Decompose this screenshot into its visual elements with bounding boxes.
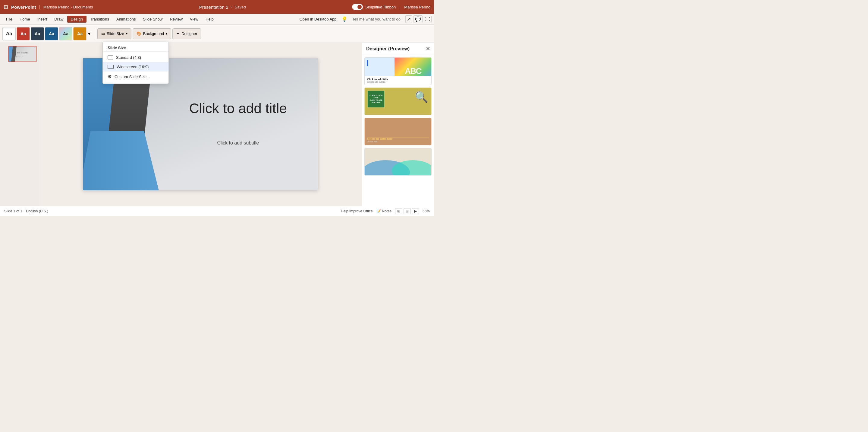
slide-size-label: Slide Size [107, 31, 124, 36]
breadcrumb-sep: › [70, 5, 72, 9]
breadcrumb: Marissa Perino › Documents [43, 5, 93, 9]
title-dash: - [230, 4, 232, 10]
design-card-2-bg: CLICK TO ADD TITLECLICK TO ADD SUBTITLE … [365, 88, 431, 115]
designer-button-label: Designer [181, 31, 197, 36]
zoom-level: 66% [423, 209, 430, 213]
slide-thumbnail-1[interactable]: Click to add title Click to add subtitle [8, 46, 36, 62]
menu-item-help[interactable]: Help [202, 16, 217, 23]
menu-item-animations[interactable]: Animations [113, 16, 139, 23]
user-account-name[interactable]: Marissa Perino [404, 5, 430, 9]
menu-item-design[interactable]: Design [67, 16, 87, 23]
menu-item-transitions[interactable]: Transitions [87, 16, 113, 23]
slide-size-dropdown-arrow: ▾ [126, 32, 127, 35]
theme-5[interactable]: Aa [73, 27, 87, 40]
theme-default[interactable]: Aa [2, 27, 16, 40]
menu-right: Open in Desktop App 💡 Tell me what you w… [296, 16, 432, 23]
menu-item-view[interactable]: View [186, 16, 202, 23]
design-card-2-img: CLICK TO ADD TITLECLICK TO ADD SUBTITLE … [365, 88, 431, 115]
slide-size-icon: ▭ [101, 31, 105, 36]
title-bar: ⊞ PowerPoint | Marissa Perino › Document… [0, 0, 434, 14]
background-icon: 🎨 [136, 31, 141, 36]
simplified-ribbon-label: Simplified Ribbon [365, 5, 396, 9]
background-button[interactable]: 🎨 Background ▾ [133, 28, 171, 39]
design-card-2-text: CLICK TO ADD TITLECLICK TO ADD SUBTITLE [368, 94, 384, 104]
design-card-4-wave [365, 148, 431, 175]
design-card-3[interactable]: Click to add title 3d trat pdit [364, 118, 432, 145]
status-bar-right: Help Improve Office 📝 Notes ⊞ ⊟ ▶ 66% [341, 208, 430, 214]
dropdown-standard[interactable]: Standard (4:3) [103, 53, 168, 62]
simplified-ribbon-toggle[interactable]: Simplified Ribbon [352, 4, 396, 10]
theme-2[interactable]: Aa [31, 27, 44, 40]
design-card-3-sub: 3d trat pdit [367, 141, 393, 143]
notes-button[interactable]: 📝 Notes [376, 209, 392, 213]
design-card-1[interactable]: ABC Click to add title Click to add subt… [364, 57, 432, 85]
designer-close-button[interactable]: ✕ [426, 46, 430, 52]
theme-1[interactable]: Aa [17, 27, 30, 40]
theme-4[interactable]: Aa [59, 27, 72, 40]
slide-subtitle-placeholder[interactable]: Click to add subtitle [170, 140, 306, 146]
menu-item-home[interactable]: Home [16, 16, 34, 23]
reading-view-button[interactable]: ▶ [412, 208, 419, 214]
share-icon[interactable]: ↗ [405, 16, 412, 23]
tell-me-input[interactable]: Tell me what you want to do [349, 16, 404, 23]
slide-size-dropdown: Slide Size Standard (4:3) Widescreen (16… [102, 41, 169, 84]
design-card-1-subtitle: Click to add subtitle [367, 81, 429, 83]
status-bar: Slide 1 of 1 English (U.S.) Help Improve… [0, 206, 434, 216]
menu-item-draw[interactable]: Draw [51, 16, 67, 23]
toggle-switch[interactable] [352, 4, 363, 10]
ribbon-themes: Aa Aa Aa Aa Aa Aa ▾ [2, 27, 91, 40]
slide-info: Slide 1 of 1 [4, 209, 22, 213]
theme-3[interactable]: Aa [45, 27, 58, 40]
open-desktop-btn[interactable]: Open in Desktop App [296, 16, 340, 23]
background-label: Background [143, 31, 164, 36]
design-card-2-green-box: CLICK TO ADD TITLECLICK TO ADD SUBTITLE [368, 91, 384, 107]
slide-sorter-button[interactable]: ⊟ [404, 208, 411, 214]
comment-icon[interactable]: 💬 [413, 16, 423, 23]
designer-title: Designer (Preview) [366, 46, 410, 52]
menu-item-slideshow[interactable]: Slide Show [139, 16, 166, 23]
slide-1-container: 1 Click to add title Click to add subtit… [2, 46, 36, 62]
slide-size-button[interactable]: ▭ Slide Size ▾ [97, 28, 131, 39]
design-card-3-content: Click to add title 3d trat pdit [367, 137, 393, 143]
language-label: English (U.S.) [26, 209, 48, 213]
slide-canvas-area: Click to add title Click to add subtitle [39, 43, 362, 206]
menu-item-file[interactable]: File [2, 16, 16, 23]
background-dropdown-arrow: ▾ [166, 32, 167, 35]
design-card-2-magnifier: 🔍 [415, 91, 428, 104]
design-card-4-img [365, 148, 431, 175]
fullscreen-icon[interactable]: ⛶ [424, 16, 432, 23]
normal-view-button[interactable]: ⊞ [395, 208, 402, 214]
title-bar-right: Simplified Ribbon | Marissa Perino [352, 4, 430, 10]
slide-title-placeholder[interactable]: Click to add title [170, 100, 306, 116]
standard-label: Standard (4:3) [116, 55, 141, 60]
waffle-icon[interactable]: ⊞ [4, 4, 8, 10]
lightbulb-icon[interactable]: 💡 [341, 16, 347, 22]
dropdown-widescreen[interactable]: Widescreen (16:9) [103, 62, 168, 71]
designer-button[interactable]: ✦ Designer [173, 28, 201, 39]
design-card-3-bg: Click to add title 3d trat pdit [365, 118, 431, 145]
design-card-2[interactable]: CLICK TO ADD TITLECLICK TO ADD SUBTITLE … [364, 87, 432, 115]
saved-badge: Saved [235, 5, 246, 9]
app-name: PowerPoint [11, 4, 36, 10]
more-themes-btn[interactable]: ▾ [87, 30, 91, 37]
widescreen-icon [107, 65, 114, 69]
design-card-4[interactable] [364, 148, 432, 176]
menu-item-insert[interactable]: Insert [34, 16, 51, 23]
design-card-1-accent [367, 60, 368, 66]
slide-thumb-inner: Click to add title Click to add subtitle [9, 47, 36, 61]
menu-item-review[interactable]: Review [166, 16, 186, 23]
standard-icon [107, 56, 113, 59]
user-name-breadcrumb[interactable]: Marissa Perino [43, 5, 70, 9]
help-improve-label[interactable]: Help Improve Office [341, 209, 373, 213]
notes-icon: 📝 [376, 209, 381, 213]
design-card-4-bg [365, 148, 431, 175]
dropdown-custom[interactable]: ⚙ Custom Slide Size... [103, 71, 168, 82]
slide-panel: 1 Click to add title Click to add subtit… [0, 43, 39, 206]
documents-link[interactable]: Documents [73, 5, 93, 9]
custom-label: Custom Slide Size... [115, 75, 150, 79]
designer-header: Designer (Preview) ✕ [362, 43, 434, 55]
widescreen-label: Widescreen (16:9) [117, 64, 149, 69]
ribbon-divider-1 [94, 28, 94, 40]
designer-icon: ✦ [176, 31, 180, 36]
ribbon: Aa Aa Aa Aa Aa Aa ▾ ▭ Slide Size ▾ 🎨 Bac… [0, 25, 434, 43]
